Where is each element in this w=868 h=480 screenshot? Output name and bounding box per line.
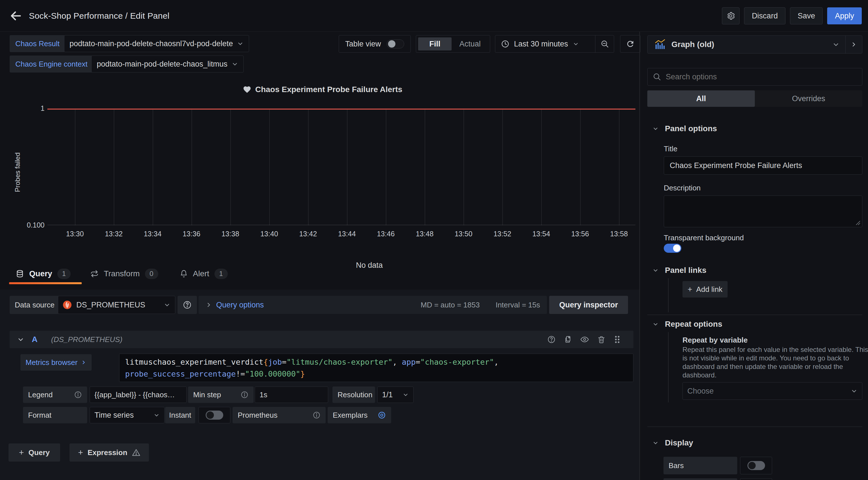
active-tab-underline: [9, 282, 82, 284]
x-tick-label: 13:48: [416, 230, 434, 238]
query-ref-id: A: [32, 335, 37, 344]
repeat-variable-select[interactable]: Choose: [682, 382, 862, 400]
resolution-select[interactable]: 1/1: [377, 386, 413, 403]
zoom-out-icon: [600, 40, 609, 48]
add-link-button[interactable]: + Add link: [682, 281, 727, 298]
tab-transform[interactable]: Transform 0: [90, 265, 158, 282]
x-tick-label: 13:56: [571, 230, 589, 238]
query-row-header[interactable]: A (DS_PROMETHEUS): [10, 331, 633, 348]
bars-toggle[interactable]: [747, 461, 765, 470]
transparent-background-toggle[interactable]: [664, 244, 681, 253]
tab-label: Alert: [193, 269, 209, 278]
tab-overrides[interactable]: Overrides: [755, 91, 862, 107]
query-options-toggle[interactable]: Query options: [205, 301, 264, 309]
time-range-picker[interactable]: Last 30 minutes: [495, 40, 595, 48]
legend-input-wrap: [90, 386, 187, 403]
prometheus-icon: [63, 300, 72, 309]
chart-plot-area[interactable]: No data 13:3013:3213:3413:3613:3813:4013…: [48, 108, 636, 225]
trash-icon[interactable]: [597, 335, 606, 344]
datasource-help-button[interactable]: [178, 296, 197, 314]
resize-handle-icon[interactable]: [855, 220, 861, 226]
tab-count-badge: 1: [214, 269, 228, 279]
legend-label: Legend: [23, 386, 87, 403]
eye-icon[interactable]: [580, 335, 589, 344]
drag-handle-icon[interactable]: [614, 335, 621, 344]
section-repeat-options[interactable]: Repeat options: [652, 320, 722, 329]
gridline: [386, 110, 386, 225]
save-button[interactable]: Save: [790, 7, 823, 24]
query-inspector-button[interactable]: Query inspector: [549, 296, 628, 314]
search-options-input[interactable]: [666, 72, 857, 81]
section-title: Repeat options: [665, 320, 722, 329]
tab-alert[interactable]: Alert 1: [180, 265, 228, 282]
button-label: Expression: [88, 448, 127, 457]
section-panel-options[interactable]: Panel options: [652, 124, 717, 133]
table-view-toggle[interactable]: [386, 39, 404, 48]
options-filter-tabs: All Overrides: [647, 91, 862, 107]
interval-summary: Interval = 15s: [496, 301, 540, 309]
chevron-down-icon: [652, 440, 659, 446]
exemplars-eye-icon[interactable]: [377, 411, 386, 419]
chevron-down-icon: [237, 40, 244, 47]
format-label: Format: [23, 407, 87, 423]
promql-query-editor[interactable]: litmuschaos_experiment_verdict{job="litm…: [119, 354, 633, 382]
variable-value: podtato-main-pod-delete-chaosnl7vd-pod-d…: [69, 39, 233, 48]
duplicate-icon[interactable]: [564, 335, 572, 344]
tab-count-badge: 0: [145, 269, 158, 279]
variable-dropdown-chaos-engine-context[interactable]: podtato-main-pod-delete-chaos_litmus: [91, 56, 244, 72]
actual-option[interactable]: Actual: [453, 37, 487, 50]
datasource-picker[interactable]: DS_PROMETHEUS: [58, 296, 175, 314]
collapse-chevron-icon: [17, 336, 24, 343]
section-display[interactable]: Display: [652, 438, 693, 447]
legend-input[interactable]: [94, 390, 182, 399]
metrics-browser-button[interactable]: Metrics browser: [21, 354, 92, 371]
refresh-button[interactable]: [620, 35, 641, 53]
repeat-help-text: Repeat this panel for each value in the …: [682, 345, 868, 379]
tab-count-badge: 1: [57, 269, 71, 279]
query-options-bar: Query options MD = auto = 1853 Interval …: [198, 296, 547, 314]
tab-label: Query: [29, 269, 52, 278]
instant-toggle[interactable]: [206, 411, 223, 420]
chevron-down-icon: [164, 302, 170, 308]
datasource-label: Data source: [10, 296, 60, 314]
gridline: [502, 110, 503, 225]
fill-option[interactable]: Fill: [418, 37, 452, 50]
bars-toggle-wrap: [740, 457, 772, 474]
tab-all[interactable]: All: [647, 91, 755, 107]
add-expression-button[interactable]: + Expression: [69, 443, 149, 461]
transform-icon: [90, 270, 99, 278]
panel-settings-button[interactable]: [722, 7, 740, 24]
button-label: Add link: [696, 285, 722, 294]
variable-dropdown-chaos-result[interactable]: podtato-main-pod-delete-chaosnl7vd-pod-d…: [64, 35, 249, 52]
query-row-actions: [547, 335, 621, 344]
gridline: [464, 110, 464, 225]
section-title: Panel links: [665, 266, 706, 275]
prometheus-type-label: Prometheus: [232, 407, 326, 423]
add-query-button[interactable]: + Query: [8, 443, 60, 461]
resolution-label: Resolution: [333, 386, 375, 403]
panel-title-input[interactable]: [664, 157, 862, 175]
chevron-down-icon: [153, 412, 160, 418]
back-button[interactable]: [8, 8, 23, 23]
tab-query[interactable]: Query 1: [16, 265, 71, 282]
arrow-left-icon: [9, 9, 23, 23]
zoom-out-button[interactable]: [595, 35, 614, 53]
collapse-panel-button[interactable]: [845, 41, 862, 48]
tab-label: Transform: [104, 269, 140, 278]
visualization-picker[interactable]: Graph (old): [647, 35, 862, 54]
apply-button[interactable]: Apply: [827, 7, 862, 24]
panel-description-textarea[interactable]: [664, 196, 862, 227]
selected-value: Time series: [94, 411, 134, 420]
section-panel-links[interactable]: Panel links: [652, 266, 706, 275]
instant-toggle-wrap: [198, 407, 230, 423]
min-step-input[interactable]: [259, 390, 323, 399]
gridline: [75, 110, 75, 225]
chevron-right-icon: [81, 359, 87, 365]
code-line: litmuschaos_experiment_verdict{job="litm…: [125, 356, 627, 368]
discard-button[interactable]: Discard: [744, 7, 785, 24]
help-circle-icon[interactable]: [547, 335, 556, 344]
format-select[interactable]: Time series: [90, 407, 164, 423]
label-text: Prometheus: [238, 411, 277, 420]
x-tick-label: 13:46: [377, 230, 395, 238]
gridline: [114, 110, 114, 225]
